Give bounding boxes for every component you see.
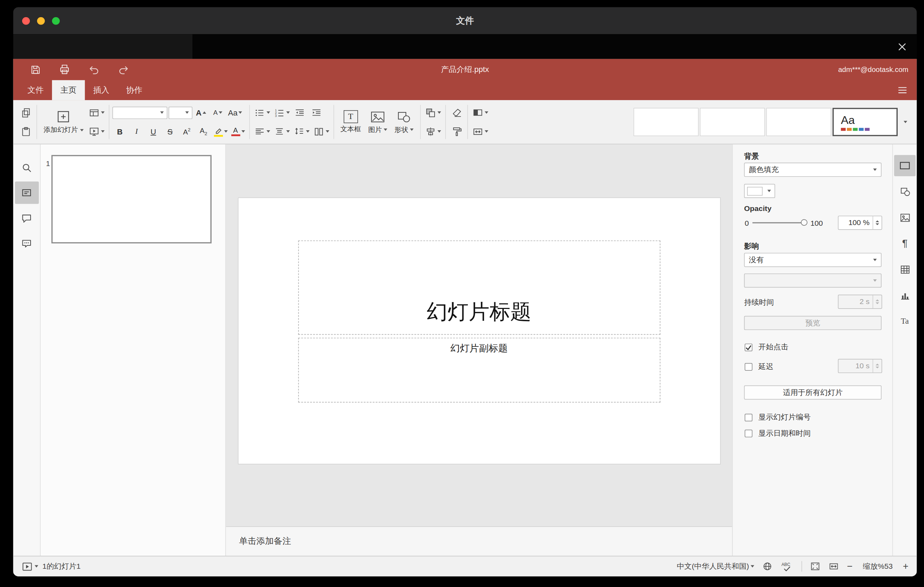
columns-button[interactable]: [312, 124, 330, 139]
slide-settings-button[interactable]: [894, 155, 916, 176]
title-placeholder[interactable]: 幻灯片标题: [298, 241, 660, 335]
apply-to-all-slides-button[interactable]: 适用于所有幻灯片: [744, 386, 881, 399]
subscript-button[interactable]: A2: [196, 124, 211, 139]
close-traffic-light[interactable]: [22, 17, 30, 25]
underline-button[interactable]: U: [146, 124, 161, 139]
hamburger-menu-button[interactable]: [895, 84, 909, 97]
zoom-out-button[interactable]: −: [847, 562, 853, 571]
delay-checkbox[interactable]: [744, 363, 752, 371]
font-size-combo[interactable]: [168, 106, 192, 119]
subtitle-placeholder[interactable]: 幻灯片副标题: [298, 338, 660, 403]
superscript-button[interactable]: A2: [179, 124, 195, 139]
arrange-shape-button[interactable]: [424, 105, 442, 120]
font-name-combo[interactable]: [112, 106, 167, 119]
change-layout-button[interactable]: [87, 105, 106, 120]
document-language-button[interactable]: [762, 561, 773, 572]
theme-gallery-expand-button[interactable]: [899, 108, 912, 136]
undo-button[interactable]: [87, 63, 101, 76]
paragraph-settings-button[interactable]: ¶: [894, 233, 916, 254]
copy-button[interactable]: [18, 105, 33, 120]
italic-button[interactable]: I: [129, 124, 144, 139]
increase-font-button[interactable]: A: [193, 105, 209, 120]
line-spacing-button[interactable]: [292, 124, 311, 139]
bullet-list-button[interactable]: [252, 105, 271, 120]
show-date-time-checkbox[interactable]: [744, 430, 752, 437]
spellcheck-button[interactable]: ABC: [781, 561, 794, 572]
start-slideshow-button[interactable]: [87, 124, 106, 139]
slides-panel-button[interactable]: [15, 181, 39, 204]
maximize-traffic-light[interactable]: [52, 17, 60, 25]
table-settings-button[interactable]: [894, 259, 916, 280]
effect-dropdown[interactable]: 没有: [744, 253, 881, 267]
fit-slide-button[interactable]: [810, 561, 821, 572]
preview-button[interactable]: 预览: [744, 316, 881, 330]
slide-canvas[interactable]: 幻灯片标题 幻灯片副标题: [226, 144, 732, 526]
color-scheme-button[interactable]: [471, 105, 489, 120]
start-slideshow-status-button[interactable]: [21, 561, 38, 572]
zoom-level[interactable]: 缩放%53: [860, 561, 895, 572]
effect-option-dropdown[interactable]: [744, 274, 881, 287]
language-selector[interactable]: 中文(中华人民共和国): [677, 561, 754, 572]
notes-area[interactable]: 单击添加备注: [226, 526, 732, 556]
tab-file[interactable]: 文件: [19, 80, 52, 100]
decrease-font-button[interactable]: A: [210, 105, 225, 120]
redo-button[interactable]: [117, 63, 130, 76]
opacity-slider-knob[interactable]: [801, 219, 807, 225]
fill-type-dropdown[interactable]: 颜色填充: [744, 163, 881, 176]
vertical-align-button[interactable]: [272, 124, 291, 139]
slide[interactable]: 幻灯片标题 幻灯片副标题: [238, 197, 721, 464]
save-button[interactable]: [29, 63, 42, 76]
copy-style-button[interactable]: [449, 124, 464, 139]
search-panel-button[interactable]: [15, 156, 39, 179]
spinner-arrows[interactable]: [873, 359, 882, 373]
duration-spinner[interactable]: 2 s: [838, 295, 882, 308]
start-on-click-checkbox[interactable]: [744, 344, 752, 351]
theme-item[interactable]: [700, 108, 765, 136]
slide-size-button[interactable]: [471, 124, 489, 139]
font-color-button[interactable]: A: [230, 124, 246, 139]
delay-spinner[interactable]: 10 s: [838, 359, 882, 373]
spinner-arrows[interactable]: [873, 295, 882, 308]
feedback-panel-button[interactable]: [15, 232, 39, 254]
minimize-traffic-light[interactable]: [37, 17, 45, 25]
tab-collaboration[interactable]: 协作: [117, 80, 150, 100]
theme-item[interactable]: [634, 108, 699, 136]
image-settings-button[interactable]: [894, 207, 916, 228]
clear-style-button[interactable]: [449, 105, 464, 120]
add-slide-button[interactable]: 添加幻灯片: [40, 104, 87, 140]
spinner-arrows[interactable]: [873, 216, 882, 229]
close-icon: [897, 41, 907, 52]
comments-panel-button[interactable]: [15, 207, 39, 229]
fill-color-picker[interactable]: [744, 184, 775, 198]
increase-indent-button[interactable]: [309, 105, 324, 120]
zoom-in-button[interactable]: +: [903, 562, 909, 571]
table-settings-icon: [899, 264, 910, 275]
numbered-list-button[interactable]: 123: [272, 105, 291, 120]
shape-settings-button[interactable]: [894, 181, 916, 202]
insert-shape-button[interactable]: 形状: [391, 104, 417, 140]
show-slide-number-checkbox[interactable]: [744, 414, 752, 421]
opacity-spinner[interactable]: 100 %: [838, 216, 882, 229]
fit-width-button[interactable]: [828, 561, 840, 572]
horizontal-align-button[interactable]: [252, 124, 271, 139]
insert-textbox-button[interactable]: T 文本框: [337, 104, 365, 140]
change-case-button[interactable]: Aa: [227, 105, 244, 120]
paste-button[interactable]: [18, 124, 33, 139]
strikeout-button[interactable]: S: [162, 124, 178, 139]
bold-button[interactable]: B: [112, 124, 127, 139]
decrease-indent-button[interactable]: [292, 105, 307, 120]
slide-thumbnail[interactable]: [51, 155, 211, 243]
insert-image-button[interactable]: 图片: [365, 104, 391, 140]
theme-item[interactable]: [766, 108, 831, 136]
tab-home[interactable]: 主页: [52, 80, 85, 100]
textart-settings-button[interactable]: Ta: [894, 311, 916, 332]
chart-settings-button[interactable]: [894, 285, 916, 306]
highlight-color-button[interactable]: [213, 124, 229, 139]
tab-insert[interactable]: 插入: [85, 80, 118, 100]
align-shape-button[interactable]: [424, 124, 442, 139]
theme-item-selected[interactable]: Aa: [832, 108, 898, 136]
opacity-slider-track[interactable]: [752, 222, 804, 223]
print-button[interactable]: [58, 63, 71, 76]
preview-label: 预览: [805, 318, 820, 328]
close-dialog-button[interactable]: [895, 40, 908, 53]
